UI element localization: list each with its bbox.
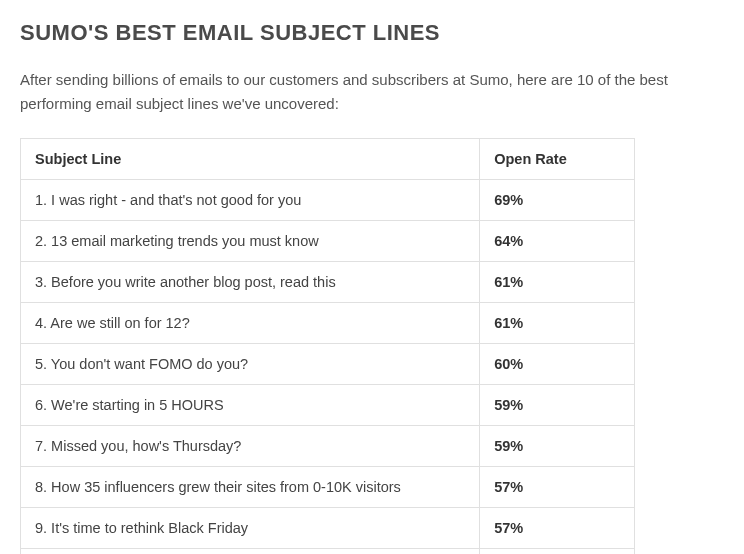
table-row: 5. You don't want FOMO do you?60%	[21, 344, 635, 385]
cell-subject: 6. We're starting in 5 HOURS	[21, 385, 480, 426]
table-row: 8. How 35 influencers grew their sites f…	[21, 467, 635, 508]
table-row: 4. Are we still on for 12?61%	[21, 303, 635, 344]
intro-paragraph: After sending billions of emails to our …	[20, 68, 720, 116]
cell-subject: 5. You don't want FOMO do you?	[21, 344, 480, 385]
cell-open-rate: 61%	[480, 303, 635, 344]
table-row: 7. Missed you, how's Thursday?59%	[21, 426, 635, 467]
table-header-row: Subject Line Open Rate	[21, 139, 635, 180]
table-row: 1. I was right - and that's not good for…	[21, 180, 635, 221]
subject-lines-table: Subject Line Open Rate 1. I was right - …	[20, 138, 635, 554]
cell-subject: 10. How to Google-proof your mobile site…	[21, 549, 480, 555]
cell-open-rate: 64%	[480, 221, 635, 262]
cell-open-rate: 59%	[480, 385, 635, 426]
cell-subject: 2. 13 email marketing trends you must kn…	[21, 221, 480, 262]
cell-open-rate: 57%	[480, 467, 635, 508]
cell-open-rate: 61%	[480, 262, 635, 303]
cell-open-rate: 59%	[480, 426, 635, 467]
cell-open-rate: 60%	[480, 344, 635, 385]
cell-subject: 9. It's time to rethink Black Friday	[21, 508, 480, 549]
col-header-subject: Subject Line	[21, 139, 480, 180]
cell-subject: 4. Are we still on for 12?	[21, 303, 480, 344]
cell-subject: 3. Before you write another blog post, r…	[21, 262, 480, 303]
table-row: 9. It's time to rethink Black Friday57%	[21, 508, 635, 549]
cell-subject: 1. I was right - and that's not good for…	[21, 180, 480, 221]
table-row: 3. Before you write another blog post, r…	[21, 262, 635, 303]
page-heading: SUMO'S BEST EMAIL SUBJECT LINES	[20, 20, 724, 46]
table-row: 10. How to Google-proof your mobile site…	[21, 549, 635, 555]
cell-open-rate: 69%	[480, 180, 635, 221]
col-header-open-rate: Open Rate	[480, 139, 635, 180]
cell-subject: 8. How 35 influencers grew their sites f…	[21, 467, 480, 508]
cell-open-rate: 57%	[480, 508, 635, 549]
cell-open-rate: 53%	[480, 549, 635, 555]
table-row: 6. We're starting in 5 HOURS59%	[21, 385, 635, 426]
cell-subject: 7. Missed you, how's Thursday?	[21, 426, 480, 467]
table-row: 2. 13 email marketing trends you must kn…	[21, 221, 635, 262]
